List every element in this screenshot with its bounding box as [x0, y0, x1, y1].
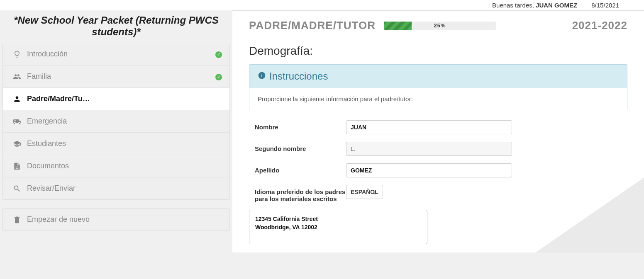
idioma-select[interactable]: ESPAÑOL	[346, 185, 383, 199]
lightbulb-icon	[11, 50, 23, 58]
restart-label: Empezar de nuevo	[27, 215, 90, 224]
main-header: PADRE/MADRE/TUTOR 25% 2021-2022	[249, 19, 627, 32]
nav-list: Introducción ✓ Familia ✓ Padre/Madre/Tu…	[2, 43, 230, 200]
address-box[interactable]: 12345 California Street Woodbridge, VA 1…	[249, 210, 427, 244]
sidebar-item-estudiantes[interactable]: Estudiantes	[3, 133, 229, 155]
gradcap-icon	[11, 140, 23, 148]
top-banner: Buenas tardes, JUAN GOMEZ 8/15/2021	[0, 0, 644, 10]
year-label: 2021-2022	[572, 19, 627, 32]
search-icon	[11, 184, 23, 193]
sidebar-item-label: Documentos	[27, 162, 69, 170]
sidebar-item-label: Revisar/Enviar	[27, 184, 76, 193]
progress-label: 25%	[384, 22, 496, 30]
instructions-title: Instrucciones	[269, 70, 328, 82]
sidebar-item-padre[interactable]: Padre/Madre/Tu…	[3, 88, 229, 110]
date-text: 8/15/2021	[591, 2, 619, 9]
main-panel: PADRE/MADRE/TUTOR 25% 2021-2022 Demograf…	[232, 10, 644, 252]
address-line1: 12345 California Street	[255, 215, 421, 223]
check-icon: ✓	[215, 73, 222, 80]
address-line2: Woodbridge, VA 12002	[255, 223, 421, 232]
idioma-label: Idioma preferido de los padres para los …	[255, 185, 346, 202]
sidebar-item-label: Estudiantes	[27, 139, 66, 148]
page-title: PADRE/MADRE/TUTOR	[249, 19, 376, 32]
person-icon	[11, 95, 23, 103]
section-title: Demografía:	[249, 44, 627, 58]
username-text: JUAN GOMEZ	[536, 2, 577, 9]
sidebar-item-emergencia[interactable]: Emergencia	[3, 110, 229, 133]
trash-icon	[11, 216, 23, 224]
info-icon	[258, 70, 266, 82]
apellido-input[interactable]	[346, 163, 512, 177]
restart-button[interactable]: Empezar de nuevo	[3, 209, 229, 230]
instructions-body: Proporcione la siguiente información par…	[249, 88, 627, 110]
instructions-header: Instrucciones	[249, 65, 627, 88]
sidebar-item-label: Padre/Madre/Tu…	[27, 95, 90, 103]
form: Nombre Segundo nombre Apellido Idioma pr…	[249, 120, 627, 202]
nombre-input[interactable]	[346, 120, 512, 134]
sidebar-item-revisar[interactable]: Revisar/Enviar	[3, 177, 229, 199]
doc-icon	[11, 162, 23, 170]
sidebar-item-introduccion[interactable]: Introducción ✓	[3, 43, 229, 66]
instructions-panel: Instrucciones Proporcione la siguiente i…	[249, 64, 627, 110]
sidebar-item-label: Emergencia	[27, 117, 67, 126]
sidebar: *New School Year Packet (Returning PWCS …	[0, 10, 232, 252]
segundo-input[interactable]	[346, 142, 512, 156]
nombre-label: Nombre	[255, 120, 346, 131]
progress-bar: 25%	[384, 22, 496, 30]
apellido-label: Apellido	[255, 163, 346, 174]
greeting-text: Buenas tardes,	[492, 2, 534, 9]
sidebar-item-label: Introducción	[27, 50, 68, 58]
sidebar-title: *New School Year Packet (Returning PWCS …	[0, 10, 232, 43]
check-icon: ✓	[215, 50, 222, 58]
users-icon	[11, 73, 23, 81]
sidebar-item-label: Familia	[27, 72, 51, 81]
restart-box: Empezar de nuevo	[2, 208, 230, 231]
ambulance-icon	[11, 117, 23, 126]
sidebar-item-familia[interactable]: Familia ✓	[3, 66, 229, 88]
sidebar-item-documentos[interactable]: Documentos	[3, 155, 229, 177]
segundo-label: Segundo nombre	[255, 142, 346, 152]
